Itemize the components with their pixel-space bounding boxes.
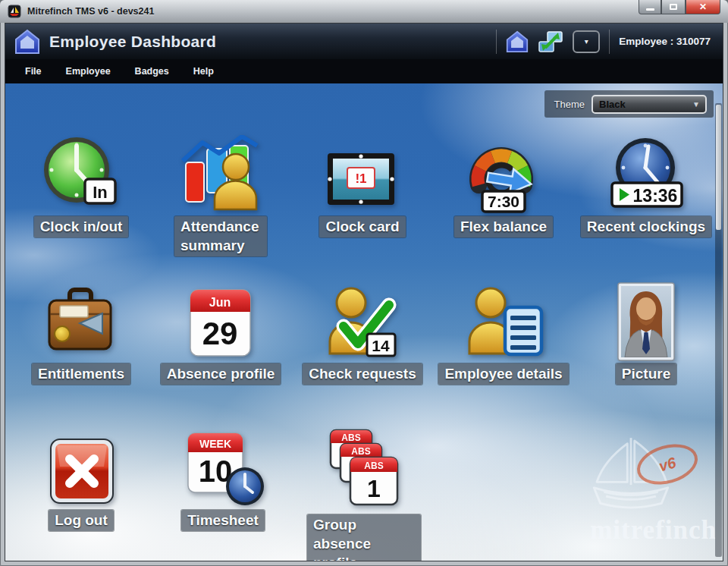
vertical-scrollbar[interactable] [715,103,722,557]
options-dropdown-button[interactable]: ▾ [573,30,600,53]
abs-header: ABS [341,432,360,443]
divider [496,30,497,54]
clock-card-icon: !1 [325,134,400,214]
clock-in-badge: In [93,183,108,202]
minimize-button[interactable] [639,0,661,14]
theme-panel: Theme Black ▼ [544,90,714,118]
header-toolbar: ▾ Employee : 310077 [496,30,714,54]
tile-log-out[interactable]: Log out [13,427,149,531]
minimize-icon [646,8,654,11]
menu-bar: File Employee Badges Help [5,59,723,83]
app-header: Employee Dashboard [5,24,723,59]
app-window: Mitrefinch TMS v6 - devs241 ✕ Employee D… [0,0,728,566]
watermark: v6 mitrefinch [536,435,718,556]
check-requests-icon: 14 [321,281,404,361]
tile-label: Entitlements [32,363,130,385]
dashboard-desktop: Theme Black ▼ [5,83,723,561]
window-body: Employee Dashboard [5,23,723,561]
calendar-day: 29 [202,316,238,351]
flex-balance-icon: 7:30 [462,134,545,214]
tile-label: Employee details [438,363,568,385]
timesheet-week-header: WEEK [199,438,231,450]
tile-employee-details[interactable]: Employee details [435,281,572,385]
entitlements-icon [43,281,119,361]
page-title: Employee Dashboard [49,33,216,51]
menu-employee[interactable]: Employee [66,66,111,77]
clock-in-out-icon: In [42,134,121,214]
tile-picture[interactable]: Picture [578,281,714,385]
close-icon: ✕ [699,2,707,11]
absence-profile-icon: Jun 29 [183,281,259,361]
tile-label: Log out [49,510,114,531]
menu-file[interactable]: File [25,66,42,77]
tile-label: Attendance summary [174,216,267,256]
v6-stamp-text: v6 [657,454,678,475]
maximize-button[interactable] [661,0,686,14]
v6-stamp: v6 [632,438,703,492]
tile-timesheet[interactable]: WEEK 10 Timesheet [155,427,291,531]
recent-clockings-icon: 13:36 [604,134,689,214]
tile-absence-profile[interactable]: Jun 29 Absence profile [152,281,289,385]
abs-header: ABS [364,461,383,471]
tile-label: Absence profile [161,363,281,385]
log-out-icon [45,427,118,508]
tile-entitlements[interactable]: Entitlements [13,281,149,385]
tile-label: Recent clockings [581,216,711,237]
tile-group-absence-profile[interactable]: ABS ABS ABS 1 [296,427,432,561]
chevron-down-icon: ▼ [692,100,700,108]
tile-label: Flex balance [454,216,553,237]
tile-label: Picture [616,363,676,385]
employee-photo [617,281,675,361]
employee-details-icon [462,281,545,361]
employee-id-label: Employee : 310077 [619,36,714,47]
maximize-icon [670,4,677,10]
tile-label: Group absence profile [307,514,421,561]
titlebar[interactable]: Mitrefinch TMS v6 - devs241 ✕ [0,0,728,23]
chevron-down-icon: ▾ [585,37,588,46]
tile-label: Clock in/out [34,216,129,237]
check-requests-badge: 14 [372,337,390,354]
clock-card-badge: !1 [355,171,366,186]
recent-clockings-badge: 13:36 [633,186,678,206]
home-icon [506,30,529,53]
timesheet-icon: WEEK 10 [180,427,265,508]
flex-balance-badge: 7:30 [488,193,519,210]
theme-label: Theme [554,99,585,110]
mitrefinch-logo-icon [8,5,21,18]
attendance-summary-icon [180,134,262,214]
tile-check-requests[interactable]: 14 Check requests [294,281,431,385]
abs-header: ABS [351,446,370,457]
tile-clock-in-out[interactable]: In Clock in/out [13,134,149,237]
tile-clock-card[interactable]: !1 Clock card [294,134,431,237]
close-button[interactable]: ✕ [686,0,720,14]
scrollbar-thumb[interactable] [716,105,721,230]
tile-attendance-summary[interactable]: Attendance summary [152,134,289,256]
switch-view-button[interactable] [538,30,563,53]
menu-badges[interactable]: Badges [135,66,169,77]
ship-logo-icon [574,435,688,514]
home-button[interactable] [506,30,529,53]
theme-select[interactable]: Black ▼ [592,95,707,114]
window-title: Mitrefinch TMS v6 - devs241 [27,6,154,17]
tile-flex-balance[interactable]: 7:30 Flex balance [435,134,572,237]
tile-label: Timesheet [181,510,265,531]
theme-selected-value: Black [599,99,626,110]
tile-label: Check requests [303,363,422,385]
menu-help[interactable]: Help [193,66,214,77]
tile-label: Clock card [319,216,405,237]
mitrefinch-brand-text: mitrefinch [590,515,717,546]
tile-recent-clockings[interactable]: 13:36 Recent clockings [578,134,714,237]
dashboard-icon [14,29,40,55]
window-controls: ✕ [639,0,720,14]
transfer-icon [538,30,563,53]
group-absence-profile-icon: ABS ABS ABS 1 [320,427,408,512]
abs-day: 1 [367,475,381,502]
calendar-month: Jun [209,296,231,309]
divider [609,30,610,54]
